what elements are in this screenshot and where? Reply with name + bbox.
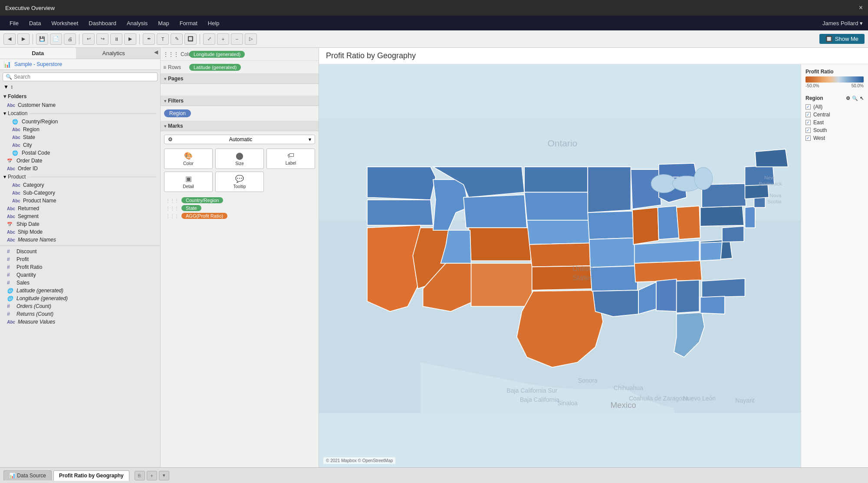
filters-section-header[interactable]: ▾ Filters: [161, 96, 319, 106]
run-button[interactable]: ▶: [124, 33, 136, 45]
zoom-out[interactable]: −: [231, 33, 243, 45]
field-city[interactable]: Abc City: [0, 141, 160, 149]
region-west-checkbox[interactable]: [806, 136, 811, 141]
print-button[interactable]: 🖨: [64, 33, 76, 45]
field-category[interactable]: Abc Category: [0, 181, 160, 189]
region-item-east[interactable]: East: [806, 119, 864, 126]
menu-analysis[interactable]: Analysis: [122, 18, 152, 28]
tooltip-mark-button[interactable]: 💬 Tooltip: [215, 172, 264, 192]
redo-button[interactable]: ↪: [96, 33, 108, 45]
section-product[interactable]: ▾ Product: [0, 172, 160, 181]
marks-field-profit-ratio[interactable]: ⋮⋮⋮ AGG(Profit Ratio): [164, 212, 315, 220]
field-postal-code[interactable]: 🌐 Postal Code: [0, 149, 160, 157]
filter-legend-icon[interactable]: ⚙: [846, 96, 850, 101]
marks-button[interactable]: ✎: [171, 33, 183, 45]
region-item-central[interactable]: Central: [806, 112, 864, 118]
profit-ratio-tab[interactable]: Profit Ratio by Geography: [53, 470, 129, 481]
view-button[interactable]: 🔲: [184, 33, 197, 45]
field-measure-names[interactable]: Abc Measure Names: [0, 236, 160, 244]
columns-pill[interactable]: Longitude (generated): [189, 51, 245, 58]
field-state[interactable]: Abc State: [0, 133, 160, 141]
analytics-tab[interactable]: Analytics: [76, 48, 152, 59]
field-order-date[interactable]: 📅 Order Date: [0, 157, 160, 165]
field-ship-mode[interactable]: Abc Ship Mode: [0, 228, 160, 236]
field-product-name[interactable]: Abc Product Name: [0, 197, 160, 205]
country-region-pill[interactable]: Country/Region: [181, 197, 223, 203]
tab-options-button[interactable]: ▾: [159, 471, 169, 480]
label-mark-button[interactable]: 🏷 Label: [266, 149, 315, 169]
menu-help[interactable]: Help: [204, 18, 224, 28]
datasource-name[interactable]: Sample - Superstore: [14, 61, 62, 67]
field-returns-count[interactable]: # Returns (Count): [0, 310, 160, 318]
marks-type-dropdown[interactable]: ⚙ Automatic ▾: [164, 135, 315, 144]
folders-caret[interactable]: ▾: [3, 93, 6, 99]
field-sales[interactable]: # Sales: [0, 279, 160, 287]
field-sub-category[interactable]: Abc Sub-Category: [0, 189, 160, 197]
field-discount[interactable]: # Discount: [0, 248, 160, 255]
tooltip-button[interactable]: T: [157, 33, 169, 45]
back-button[interactable]: ◀: [3, 33, 16, 45]
menu-worksheet[interactable]: Worksheet: [47, 18, 82, 28]
field-region[interactable]: Abc Region: [0, 126, 160, 133]
profit-ratio-gradient[interactable]: [806, 76, 864, 83]
section-location[interactable]: ▾ Location: [0, 109, 160, 118]
state-pill[interactable]: State: [181, 205, 201, 211]
region-item-south[interactable]: South: [806, 127, 864, 133]
field-segment[interactable]: Abc Segment: [0, 212, 160, 220]
field-quantity[interactable]: # Quantity: [0, 271, 160, 279]
data-source-tab[interactable]: 📊 Data Source: [3, 470, 52, 480]
menu-format[interactable]: Format: [175, 18, 202, 28]
region-item-west[interactable]: West: [806, 135, 864, 141]
region-south-checkbox[interactable]: [806, 128, 811, 133]
menu-map[interactable]: Map: [154, 18, 173, 28]
marks-field-state[interactable]: ⋮⋮⋮ State: [164, 204, 315, 212]
field-country-region[interactable]: 🌐 Country/Region: [0, 118, 160, 126]
search-input[interactable]: [14, 74, 155, 80]
pause-button[interactable]: ⏸: [110, 33, 122, 45]
field-profit-ratio[interactable]: # Profit Ratio: [0, 263, 160, 271]
detail-mark-button[interactable]: ▣ Detail: [164, 172, 213, 192]
sort-icon[interactable]: ↕: [10, 84, 13, 90]
field-measure-values[interactable]: Abc Measure Values: [0, 318, 160, 326]
menu-data[interactable]: Data: [25, 18, 45, 28]
field-order-id[interactable]: Abc Order ID: [0, 165, 160, 172]
color-mark-button[interactable]: 🎨 Color: [164, 149, 213, 169]
format-button[interactable]: ✒: [143, 33, 155, 45]
save-button[interactable]: 💾: [36, 33, 48, 45]
data-tab[interactable]: Data: [0, 48, 76, 59]
save-new-button[interactable]: 📄: [50, 33, 62, 45]
map-container[interactable]: Ontario Baja California Sur Sonora Chihu…: [319, 64, 801, 467]
close-button[interactable]: ×: [859, 4, 863, 12]
size-mark-button[interactable]: ⬤ Size: [215, 149, 264, 169]
collapse-panel-button[interactable]: ◀: [151, 48, 160, 56]
filter-icon[interactable]: ▼: [3, 84, 9, 90]
fit-button[interactable]: ⤢: [203, 33, 215, 45]
menu-dashboard[interactable]: Dashboard: [84, 18, 121, 28]
field-longitude-gen[interactable]: 🌐 Longitude (generated): [0, 294, 160, 302]
present-button[interactable]: ▷: [245, 33, 257, 45]
region-central-checkbox[interactable]: [806, 112, 811, 117]
field-returned[interactable]: Abc Returned: [0, 205, 160, 212]
field-ship-date[interactable]: 📅 Ship Date: [0, 220, 160, 228]
forward-button[interactable]: ▶: [17, 33, 30, 45]
field-orders-count[interactable]: # Orders (Count): [0, 302, 160, 310]
menu-file[interactable]: File: [5, 18, 23, 28]
region-all-checkbox[interactable]: [806, 104, 811, 109]
pages-section-header[interactable]: ▾ Pages: [161, 74, 319, 84]
profit-ratio-pill[interactable]: AGG(Profit Ratio): [181, 213, 227, 219]
undo-button[interactable]: ↩: [82, 33, 95, 45]
field-latitude-gen[interactable]: 🌐 Latitude (generated): [0, 287, 160, 294]
field-profit[interactable]: # Profit: [0, 255, 160, 263]
search-legend-icon[interactable]: 🔍: [852, 96, 858, 101]
marks-field-country[interactable]: ⋮⋮⋮ Country/Region: [164, 196, 315, 204]
field-customer-name[interactable]: Abc Customer Name: [0, 101, 160, 109]
rows-pill[interactable]: Latitude (generated): [189, 64, 241, 71]
region-east-checkbox[interactable]: [806, 120, 811, 125]
tab-add-button[interactable]: +: [147, 471, 157, 480]
marks-section-header[interactable]: ▾ Marks: [161, 121, 319, 131]
show-me-button[interactable]: 🔲 Show Me: [819, 34, 865, 44]
user-name[interactable]: James Pollard ▾: [822, 20, 863, 26]
tab-duplicate-button[interactable]: ⎘: [135, 471, 145, 480]
zoom-in[interactable]: +: [217, 33, 229, 45]
region-item-all[interactable]: (All): [806, 104, 864, 110]
